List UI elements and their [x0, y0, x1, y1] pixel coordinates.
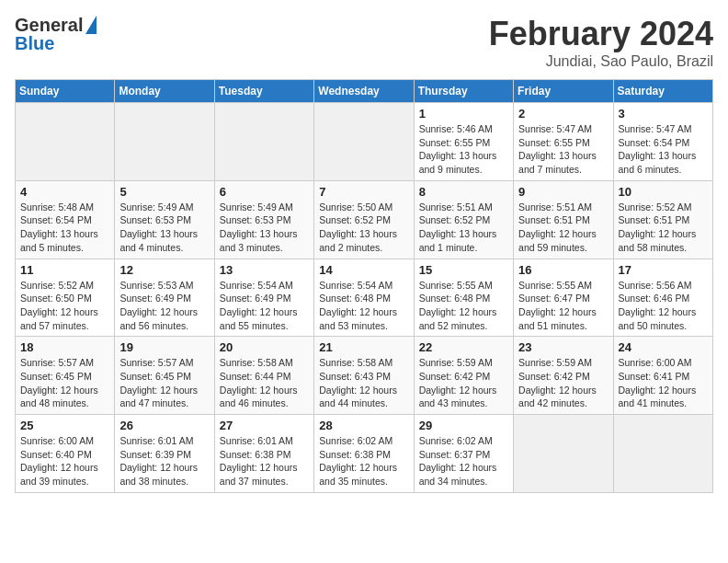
calendar-cell: 29Sunrise: 6:02 AM Sunset: 6:37 PM Dayli…: [414, 415, 513, 493]
day-info: Sunrise: 6:01 AM Sunset: 6:38 PM Dayligh…: [220, 434, 309, 488]
day-number: 23: [518, 340, 608, 354]
day-info: Sunrise: 5:58 AM Sunset: 6:44 PM Dayligh…: [220, 356, 309, 410]
calendar-table: SundayMondayTuesdayWednesdayThursdayFrid…: [15, 79, 713, 493]
day-info: Sunrise: 5:54 AM Sunset: 6:49 PM Dayligh…: [220, 279, 309, 333]
day-info: Sunrise: 6:00 AM Sunset: 6:41 PM Dayligh…: [619, 356, 708, 410]
day-info: Sunrise: 5:57 AM Sunset: 6:45 PM Dayligh…: [119, 356, 209, 410]
weekday-header-sunday: Sunday: [16, 80, 115, 103]
day-number: 20: [220, 340, 309, 354]
day-number: 18: [20, 340, 109, 354]
day-number: 9: [518, 185, 608, 199]
day-info: Sunrise: 5:47 AM Sunset: 6:55 PM Dayligh…: [518, 122, 608, 177]
calendar-cell: 22Sunrise: 5:59 AM Sunset: 6:42 PM Dayli…: [414, 337, 513, 415]
calendar-cell: 25Sunrise: 6:00 AM Sunset: 6:40 PM Dayli…: [16, 415, 115, 493]
calendar-cell: 28Sunrise: 6:02 AM Sunset: 6:38 PM Dayli…: [314, 415, 414, 493]
day-number: 21: [319, 340, 408, 354]
day-number: 17: [619, 263, 708, 277]
calendar-cell: 26Sunrise: 6:01 AM Sunset: 6:39 PM Dayli…: [115, 415, 214, 493]
calendar-cell: 18Sunrise: 5:57 AM Sunset: 6:45 PM Dayli…: [16, 337, 115, 415]
day-number: 15: [419, 263, 508, 277]
calendar-cell: 16Sunrise: 5:55 AM Sunset: 6:47 PM Dayli…: [514, 259, 613, 337]
day-info: Sunrise: 5:49 AM Sunset: 6:53 PM Dayligh…: [220, 201, 309, 255]
calendar-header: SundayMondayTuesdayWednesdayThursdayFrid…: [16, 80, 713, 103]
day-number: 10: [619, 185, 708, 199]
weekday-header-monday: Monday: [115, 80, 214, 103]
day-info: Sunrise: 6:01 AM Sunset: 6:39 PM Dayligh…: [119, 434, 209, 488]
day-info: Sunrise: 5:59 AM Sunset: 6:42 PM Dayligh…: [419, 356, 508, 410]
calendar-cell: [214, 103, 313, 181]
calendar-week-4: 18Sunrise: 5:57 AM Sunset: 6:45 PM Dayli…: [16, 337, 713, 415]
day-info: Sunrise: 5:48 AM Sunset: 6:54 PM Dayligh…: [20, 201, 109, 255]
day-info: Sunrise: 5:59 AM Sunset: 6:42 PM Dayligh…: [518, 356, 608, 410]
calendar-cell: 19Sunrise: 5:57 AM Sunset: 6:45 PM Dayli…: [115, 337, 214, 415]
weekday-header-friday: Friday: [514, 80, 613, 103]
day-number: 22: [419, 340, 508, 354]
logo-text: General: [15, 15, 83, 35]
calendar-cell: 8Sunrise: 5:51 AM Sunset: 6:52 PM Daylig…: [414, 180, 513, 259]
day-info: Sunrise: 6:00 AM Sunset: 6:40 PM Dayligh…: [20, 434, 109, 488]
calendar-cell: 1Sunrise: 5:46 AM Sunset: 6:55 PM Daylig…: [414, 103, 513, 181]
calendar-cell: 3Sunrise: 5:47 AM Sunset: 6:54 PM Daylig…: [613, 103, 712, 181]
day-info: Sunrise: 5:51 AM Sunset: 6:52 PM Dayligh…: [419, 201, 508, 255]
day-number: 2: [518, 107, 608, 121]
day-number: 27: [220, 419, 309, 432]
day-number: 4: [20, 185, 109, 199]
calendar-body: 1Sunrise: 5:46 AM Sunset: 6:55 PM Daylig…: [16, 103, 713, 493]
day-info: Sunrise: 5:50 AM Sunset: 6:52 PM Dayligh…: [319, 201, 408, 255]
month-title: February 2024: [489, 15, 713, 53]
day-number: 3: [619, 107, 708, 121]
calendar-cell: 9Sunrise: 5:51 AM Sunset: 6:51 PM Daylig…: [514, 180, 613, 259]
day-info: Sunrise: 5:54 AM Sunset: 6:48 PM Dayligh…: [319, 279, 408, 333]
day-number: 5: [119, 185, 209, 199]
calendar-cell: [514, 415, 613, 493]
day-number: 14: [319, 263, 408, 277]
day-info: Sunrise: 5:51 AM Sunset: 6:51 PM Dayligh…: [518, 201, 608, 255]
calendar-cell: 23Sunrise: 5:59 AM Sunset: 6:42 PM Dayli…: [514, 337, 613, 415]
day-number: 16: [518, 263, 608, 277]
day-info: Sunrise: 5:53 AM Sunset: 6:49 PM Dayligh…: [119, 279, 209, 333]
weekday-header-saturday: Saturday: [613, 80, 712, 103]
logo-triangle-icon: [85, 16, 97, 34]
calendar-cell: 2Sunrise: 5:47 AM Sunset: 6:55 PM Daylig…: [514, 103, 613, 181]
day-info: Sunrise: 5:52 AM Sunset: 6:50 PM Dayligh…: [20, 279, 109, 333]
day-info: Sunrise: 5:56 AM Sunset: 6:46 PM Dayligh…: [619, 279, 708, 333]
calendar-cell: 14Sunrise: 5:54 AM Sunset: 6:48 PM Dayli…: [314, 259, 414, 337]
day-number: 24: [619, 340, 708, 354]
calendar-cell: 10Sunrise: 5:52 AM Sunset: 6:51 PM Dayli…: [613, 180, 712, 259]
calendar-week-3: 11Sunrise: 5:52 AM Sunset: 6:50 PM Dayli…: [16, 259, 713, 337]
day-number: 11: [20, 263, 109, 277]
calendar-cell: [314, 103, 414, 181]
day-info: Sunrise: 5:55 AM Sunset: 6:48 PM Dayligh…: [419, 279, 508, 333]
calendar-cell: 12Sunrise: 5:53 AM Sunset: 6:49 PM Dayli…: [115, 259, 214, 337]
calendar-cell: 7Sunrise: 5:50 AM Sunset: 6:52 PM Daylig…: [314, 180, 414, 259]
logo-blue-text: Blue: [15, 33, 97, 53]
day-info: Sunrise: 5:57 AM Sunset: 6:45 PM Dayligh…: [20, 356, 109, 410]
day-info: Sunrise: 5:47 AM Sunset: 6:54 PM Dayligh…: [619, 122, 708, 177]
day-number: 28: [319, 419, 408, 432]
day-number: 8: [419, 185, 508, 199]
day-info: Sunrise: 5:52 AM Sunset: 6:51 PM Dayligh…: [619, 201, 708, 255]
weekday-header-wednesday: Wednesday: [314, 80, 414, 103]
calendar-cell: 6Sunrise: 5:49 AM Sunset: 6:53 PM Daylig…: [214, 180, 313, 259]
calendar-cell: [16, 103, 115, 181]
day-info: Sunrise: 6:02 AM Sunset: 6:38 PM Dayligh…: [319, 434, 408, 488]
day-number: 6: [220, 185, 309, 199]
day-number: 1: [419, 107, 508, 121]
weekday-header-tuesday: Tuesday: [214, 80, 313, 103]
day-number: 13: [220, 263, 309, 277]
calendar-week-2: 4Sunrise: 5:48 AM Sunset: 6:54 PM Daylig…: [16, 180, 713, 259]
calendar-cell: 15Sunrise: 5:55 AM Sunset: 6:48 PM Dayli…: [414, 259, 513, 337]
day-number: 7: [319, 185, 408, 199]
calendar-cell: [613, 415, 712, 493]
calendar-week-1: 1Sunrise: 5:46 AM Sunset: 6:55 PM Daylig…: [16, 103, 713, 181]
weekday-header-thursday: Thursday: [414, 80, 513, 103]
calendar-cell: 24Sunrise: 6:00 AM Sunset: 6:41 PM Dayli…: [613, 337, 712, 415]
page-header: General Blue February 2024 Jundiai, Sao …: [15, 15, 713, 70]
calendar-week-5: 25Sunrise: 6:00 AM Sunset: 6:40 PM Dayli…: [16, 415, 713, 493]
calendar-cell: 21Sunrise: 5:58 AM Sunset: 6:43 PM Dayli…: [314, 337, 414, 415]
calendar-cell: 20Sunrise: 5:58 AM Sunset: 6:44 PM Dayli…: [214, 337, 313, 415]
calendar-cell: [115, 103, 214, 181]
day-info: Sunrise: 5:49 AM Sunset: 6:53 PM Dayligh…: [119, 201, 209, 255]
calendar-cell: 11Sunrise: 5:52 AM Sunset: 6:50 PM Dayli…: [16, 259, 115, 337]
calendar-cell: 5Sunrise: 5:49 AM Sunset: 6:53 PM Daylig…: [115, 180, 214, 259]
